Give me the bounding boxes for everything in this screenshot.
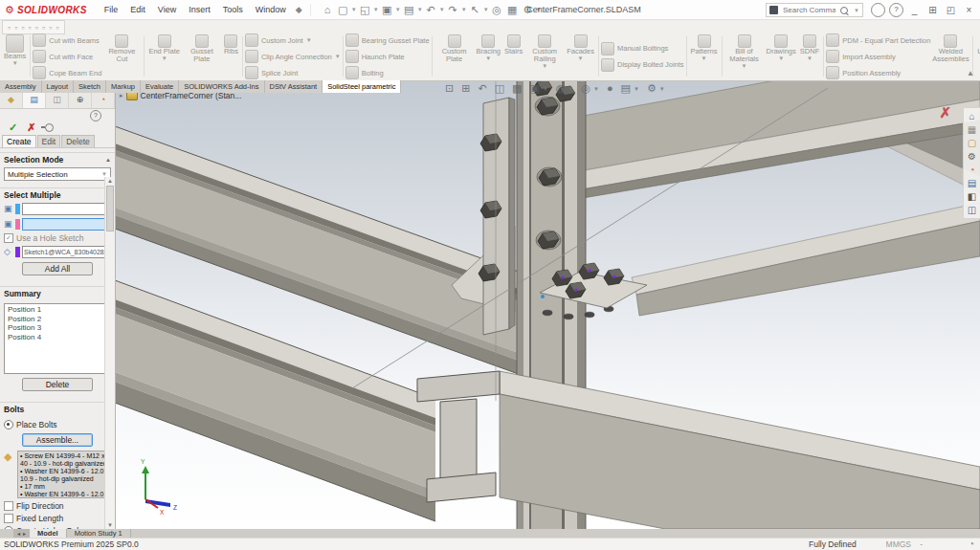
add-all-button[interactable]: Add All (22, 262, 93, 275)
tab-evaluate[interactable]: Evaluate (141, 80, 179, 93)
macro-icon[interactable]: ▫ (8, 23, 11, 33)
tab-dstv-assistant[interactable]: DStV Assistant (265, 80, 323, 93)
list-item[interactable]: Position 1 (8, 305, 107, 315)
tab-sketch[interactable]: Sketch (74, 80, 106, 93)
view-orientation-dropdown-icon[interactable]: ▼ (543, 86, 548, 92)
macro-icon[interactable]: ▫ (49, 23, 52, 33)
facades-button[interactable]: Facades ▼ (565, 33, 596, 79)
macro-icon[interactable]: ▫ (42, 23, 45, 33)
beams-dropdown-icon[interactable]: ▼ (12, 60, 18, 66)
gusset-plate-button[interactable]: Gusset Plate (182, 33, 222, 79)
collapse-icon[interactable]: ▲ (105, 157, 111, 163)
welded-assemblies-button[interactable]: Welded Assemblies (930, 33, 970, 79)
tab-layout[interactable]: Layout (42, 80, 75, 93)
custom-properties-icon[interactable]: ▤ (968, 178, 976, 188)
edit-appearance-icon[interactable]: ● (607, 80, 613, 97)
units-selector[interactable]: MMGS (886, 539, 911, 549)
cut-with-face-button[interactable]: Cut with Face (33, 50, 101, 63)
ok-button[interactable]: ✓ (9, 121, 17, 134)
cancel-command-icon[interactable]: ✗ (939, 104, 951, 121)
end-plate-dropdown-icon[interactable]: ▼ (162, 55, 167, 61)
haunch-plate-button[interactable]: Haunch Plate (345, 50, 430, 63)
view-orientation-icon[interactable]: ▣ (529, 80, 539, 97)
scroll-up-icon[interactable]: ▲ (107, 178, 113, 184)
tab-markup[interactable]: Markup (106, 80, 141, 93)
sketch-ref-input[interactable]: Sketch1@WCA_830b4028-0 (22, 246, 111, 258)
fixed-length-checkbox[interactable] (4, 514, 13, 523)
resources-home-icon[interactable]: ⌂ (969, 111, 974, 121)
open-icon[interactable]: ◱ (358, 4, 372, 16)
zoom-fit-icon[interactable]: ⊡ (445, 80, 454, 97)
hide-show-dropdown-icon[interactable]: ▼ (593, 86, 599, 92)
import-assembly-button[interactable]: Import Assembly (826, 50, 930, 63)
bolts-header[interactable]: Bolts ▲ (0, 403, 115, 415)
search-input[interactable] (781, 5, 837, 15)
bom-dropdown-icon[interactable]: ▼ (742, 63, 747, 69)
home-icon[interactable]: ⌂ (321, 4, 335, 15)
search-scope-icon[interactable] (769, 6, 778, 14)
list-item[interactable]: Position 2 (8, 315, 107, 324)
macro-icon[interactable]: ▫ (56, 23, 58, 33)
drawings-button[interactable]: Drawings ▼ (765, 33, 798, 79)
macro-icon[interactable]: ▫ (35, 23, 38, 33)
previous-view-icon[interactable]: ↶ (478, 80, 486, 97)
search-icon[interactable] (840, 7, 848, 14)
beams-button[interactable]: Beams ▼ (2, 33, 28, 79)
tab-delete[interactable]: Delete (61, 135, 95, 147)
appearances-icon[interactable]: ◔ (969, 165, 974, 175)
nav-left-icon[interactable]: ◂ (17, 530, 20, 537)
pm-help-icon[interactable]: ? (90, 110, 101, 121)
remove-cut-button[interactable]: Remove Cut (101, 33, 142, 79)
tile-windows-button[interactable]: ⊞ (924, 5, 942, 15)
bracing-button[interactable]: Bracing ▼ (475, 33, 502, 79)
cut-with-beams-button[interactable]: Cut with Beams (33, 33, 101, 47)
scroll-thumb[interactable] (106, 186, 114, 231)
flip-direction-checkbox[interactable] (4, 501, 13, 511)
manual-boltings-button[interactable]: Manual Boltings (601, 42, 684, 55)
bolting-button[interactable]: Bolting (345, 66, 430, 79)
menu-edit[interactable]: Edit (130, 5, 145, 14)
tab-model[interactable]: Model (30, 529, 67, 538)
view-settings-dropdown-icon[interactable]: ▼ (659, 86, 665, 92)
place-bolts-radio[interactable] (4, 420, 13, 429)
cope-beam-end-button[interactable]: Cope Beam End (33, 66, 101, 79)
stairs-button[interactable]: Stairs (502, 33, 524, 79)
assemble-button[interactable]: Assemble... (22, 433, 93, 447)
custom-plate-button[interactable]: Custom Plate (434, 33, 475, 79)
file-explorer-icon[interactable]: ▢ (968, 138, 976, 148)
display-style-icon[interactable]: ◍ (556, 80, 566, 97)
tab-edit[interactable]: Edit (37, 135, 61, 147)
clip-angle-dropdown-icon[interactable]: ▼ (335, 54, 341, 59)
patterns-dropdown-icon[interactable]: ▼ (702, 55, 707, 61)
save-icon[interactable]: ▣ (380, 4, 394, 16)
new-document-icon[interactable]: ▢ (336, 4, 350, 16)
ribs-button[interactable]: Ribs (222, 33, 240, 79)
section-view-icon[interactable]: ◫ (495, 80, 504, 97)
custom-railing-dropdown-icon[interactable]: ▼ (542, 63, 547, 69)
select-multiple-header[interactable]: Select Multiple ▲ (0, 188, 115, 201)
feature-manager-tab[interactable]: ◆ (0, 93, 23, 108)
close-button[interactable]: × (960, 5, 978, 15)
view-palette-icon[interactable]: ◫ (968, 205, 976, 215)
minimize-button[interactable]: _ (905, 5, 924, 15)
configuration-manager-tab[interactable]: ◫ (46, 93, 69, 108)
custom-railing-button[interactable]: Custom Railing ▼ (524, 33, 565, 79)
bill-of-materials-button[interactable]: Bill of Materials ▼ (724, 33, 765, 79)
custom-joint-dropdown-icon[interactable]: ▼ (306, 37, 312, 43)
tab-create[interactable]: Create (2, 135, 36, 147)
end-plate-button[interactable]: End Plate ▼ (146, 33, 182, 79)
menu-pin-icon[interactable]: ◆ (296, 5, 302, 14)
hide-show-items-icon[interactable]: ◎ (581, 80, 590, 97)
hole-sketch-checkbox[interactable]: ✓ (4, 233, 13, 243)
graphics-area[interactable]: Y X Z ▸ CenterFrameCorner (Stan... ⊡ ⊞ ↶… (115, 80, 980, 529)
view-settings-icon[interactable]: ⚙ (647, 80, 657, 97)
open-dropdown-icon[interactable]: ▼ (373, 7, 379, 12)
patterns-button[interactable]: Patterns ▼ (689, 33, 720, 79)
position-assembly-button[interactable]: Position Assembly (826, 66, 930, 79)
summary-header[interactable]: Summary ▲ (0, 287, 115, 299)
display-manager-tab[interactable]: ◔ (92, 93, 115, 108)
tab-motion-study[interactable]: Motion Study 1 (67, 529, 131, 538)
new-dropdown-icon[interactable]: ▼ (351, 7, 357, 12)
pdm-equal-part-detection-button[interactable]: PDM - Equal Part Detection (826, 33, 930, 47)
bracing-dropdown-icon[interactable]: ▼ (485, 55, 491, 61)
